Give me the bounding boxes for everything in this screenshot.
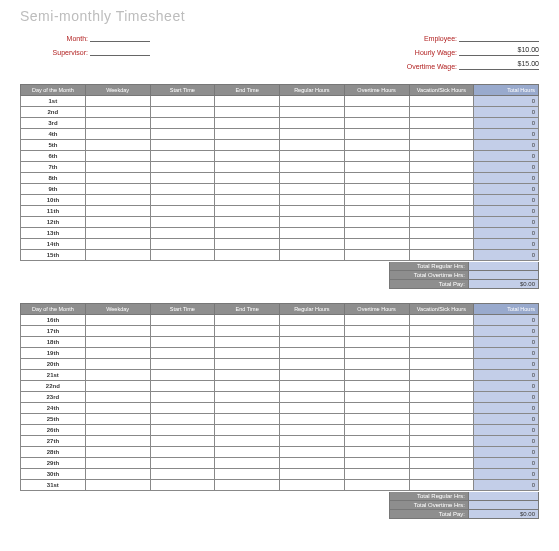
- input-cell[interactable]: [85, 436, 150, 447]
- input-cell[interactable]: [215, 425, 280, 436]
- input-cell[interactable]: [409, 469, 474, 480]
- input-cell[interactable]: [215, 414, 280, 425]
- input-cell[interactable]: [150, 348, 215, 359]
- input-cell[interactable]: [150, 206, 215, 217]
- input-cell[interactable]: [280, 140, 345, 151]
- input-cell[interactable]: [215, 195, 280, 206]
- input-cell[interactable]: [85, 162, 150, 173]
- input-cell[interactable]: [85, 173, 150, 184]
- input-cell[interactable]: [409, 96, 474, 107]
- input-cell[interactable]: [344, 228, 409, 239]
- input-cell[interactable]: [280, 162, 345, 173]
- input-cell[interactable]: [280, 118, 345, 129]
- input-cell[interactable]: [409, 425, 474, 436]
- month-input-line[interactable]: [90, 32, 150, 42]
- input-cell[interactable]: [280, 315, 345, 326]
- input-cell[interactable]: [85, 403, 150, 414]
- input-cell[interactable]: [215, 436, 280, 447]
- input-cell[interactable]: [344, 250, 409, 261]
- input-cell[interactable]: [409, 118, 474, 129]
- input-cell[interactable]: [215, 129, 280, 140]
- input-cell[interactable]: [280, 480, 345, 491]
- input-cell[interactable]: [280, 184, 345, 195]
- input-cell[interactable]: [85, 96, 150, 107]
- input-cell[interactable]: [344, 370, 409, 381]
- input-cell[interactable]: [280, 129, 345, 140]
- input-cell[interactable]: [344, 425, 409, 436]
- input-cell[interactable]: [344, 480, 409, 491]
- input-cell[interactable]: [215, 96, 280, 107]
- input-cell[interactable]: [409, 403, 474, 414]
- input-cell[interactable]: [85, 370, 150, 381]
- input-cell[interactable]: [344, 414, 409, 425]
- input-cell[interactable]: [409, 326, 474, 337]
- input-cell[interactable]: [409, 480, 474, 491]
- input-cell[interactable]: [215, 118, 280, 129]
- input-cell[interactable]: [344, 447, 409, 458]
- input-cell[interactable]: [85, 348, 150, 359]
- input-cell[interactable]: [409, 447, 474, 458]
- input-cell[interactable]: [215, 392, 280, 403]
- input-cell[interactable]: [344, 118, 409, 129]
- input-cell[interactable]: [409, 348, 474, 359]
- input-cell[interactable]: [85, 151, 150, 162]
- input-cell[interactable]: [150, 403, 215, 414]
- input-cell[interactable]: [215, 370, 280, 381]
- input-cell[interactable]: [344, 458, 409, 469]
- input-cell[interactable]: [409, 228, 474, 239]
- input-cell[interactable]: [409, 151, 474, 162]
- input-cell[interactable]: [344, 326, 409, 337]
- input-cell[interactable]: [85, 392, 150, 403]
- input-cell[interactable]: [280, 403, 345, 414]
- input-cell[interactable]: [344, 348, 409, 359]
- input-cell[interactable]: [280, 250, 345, 261]
- input-cell[interactable]: [280, 337, 345, 348]
- input-cell[interactable]: [215, 239, 280, 250]
- input-cell[interactable]: [215, 206, 280, 217]
- input-cell[interactable]: [409, 250, 474, 261]
- input-cell[interactable]: [150, 96, 215, 107]
- input-cell[interactable]: [344, 392, 409, 403]
- input-cell[interactable]: [85, 140, 150, 151]
- input-cell[interactable]: [280, 195, 345, 206]
- input-cell[interactable]: [280, 436, 345, 447]
- input-cell[interactable]: [409, 206, 474, 217]
- input-cell[interactable]: [150, 228, 215, 239]
- input-cell[interactable]: [150, 140, 215, 151]
- input-cell[interactable]: [215, 217, 280, 228]
- input-cell[interactable]: [85, 458, 150, 469]
- input-cell[interactable]: [344, 359, 409, 370]
- input-cell[interactable]: [344, 96, 409, 107]
- input-cell[interactable]: [150, 184, 215, 195]
- input-cell[interactable]: [280, 425, 345, 436]
- input-cell[interactable]: [215, 184, 280, 195]
- input-cell[interactable]: [150, 129, 215, 140]
- input-cell[interactable]: [150, 239, 215, 250]
- input-cell[interactable]: [85, 228, 150, 239]
- input-cell[interactable]: [150, 425, 215, 436]
- input-cell[interactable]: [409, 140, 474, 151]
- input-cell[interactable]: [85, 315, 150, 326]
- input-cell[interactable]: [280, 348, 345, 359]
- input-cell[interactable]: [344, 140, 409, 151]
- input-cell[interactable]: [85, 469, 150, 480]
- input-cell[interactable]: [215, 162, 280, 173]
- input-cell[interactable]: [344, 195, 409, 206]
- input-cell[interactable]: [215, 403, 280, 414]
- input-cell[interactable]: [280, 447, 345, 458]
- input-cell[interactable]: [409, 370, 474, 381]
- input-cell[interactable]: [344, 337, 409, 348]
- input-cell[interactable]: [409, 337, 474, 348]
- input-cell[interactable]: [215, 381, 280, 392]
- input-cell[interactable]: [215, 140, 280, 151]
- input-cell[interactable]: [409, 458, 474, 469]
- input-cell[interactable]: [150, 447, 215, 458]
- input-cell[interactable]: [85, 184, 150, 195]
- input-cell[interactable]: [409, 414, 474, 425]
- input-cell[interactable]: [215, 480, 280, 491]
- input-cell[interactable]: [409, 315, 474, 326]
- input-cell[interactable]: [150, 370, 215, 381]
- input-cell[interactable]: [280, 151, 345, 162]
- input-cell[interactable]: [280, 359, 345, 370]
- input-cell[interactable]: [409, 184, 474, 195]
